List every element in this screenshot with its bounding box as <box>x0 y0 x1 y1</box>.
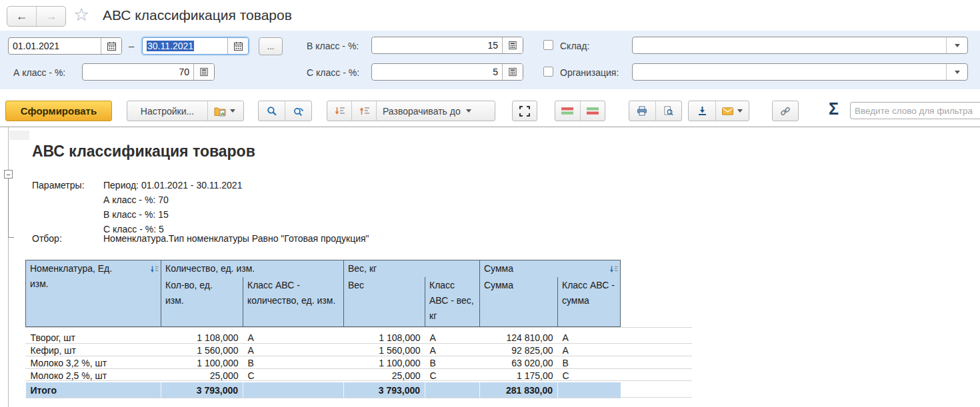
calculator-icon[interactable] <box>502 37 523 53</box>
group-header-quantity[interactable]: Количество, ед. изм. <box>161 260 344 278</box>
b-class-value[interactable]: 15 <box>372 37 502 53</box>
report-variants-button[interactable] <box>207 101 241 121</box>
nav-history-group: ← → <box>7 6 66 27</box>
settings-group: Настройки... <box>127 101 244 121</box>
row-separator <box>25 343 692 344</box>
param-a-class: А класс - %: 70 <box>103 195 169 205</box>
search-icon[interactable] <box>259 101 285 121</box>
c-class-value[interactable]: 5 <box>372 64 502 80</box>
sort-icon[interactable] <box>609 262 618 278</box>
period-from-value[interactable]: 01.01.2021 <box>9 38 101 54</box>
column-header-weight-class[interactable]: Класс АВС - вес, кг <box>425 277 480 326</box>
collapse-group-icon[interactable]: − <box>4 170 13 179</box>
a-class-value[interactable]: 70 <box>83 64 193 80</box>
sort-ascending-icon[interactable] <box>580 101 605 121</box>
period-to-value[interactable]: 30.11.2021 <box>143 38 227 54</box>
row-separator <box>25 368 692 369</box>
column-header-sum-class[interactable]: Класс АВС - сумма <box>558 277 621 326</box>
warehouse-value[interactable] <box>633 37 946 53</box>
send-email-button[interactable] <box>715 101 749 121</box>
warehouse-checkbox[interactable] <box>543 40 553 50</box>
total-weight: 3 793,000 <box>344 382 425 398</box>
a-class-label: А класс - %: <box>13 67 65 79</box>
params-label: Параметры: <box>32 180 85 191</box>
print-preview-icon[interactable] <box>655 101 682 121</box>
sort-icon[interactable] <box>150 262 159 278</box>
expand-to-label: Разворачивать до <box>383 106 461 117</box>
calendar-icon[interactable] <box>227 38 248 54</box>
generate-button[interactable]: Сформировать <box>5 101 112 121</box>
calendar-icon[interactable] <box>101 38 121 54</box>
a-class-field[interactable]: 70 <box>82 63 215 81</box>
column-header-nomenclature[interactable]: Номенклатура, Ед. изм. <box>26 260 161 327</box>
column-header-qty-class[interactable]: Класс АВС - количество, ед. изм. <box>243 277 344 326</box>
forward-icon[interactable]: → <box>36 7 65 26</box>
generate-button-label[interactable]: Сформировать <box>6 101 111 121</box>
selected-text: 30.11.2021 <box>147 41 194 51</box>
column-header-sum-value[interactable]: Сумма <box>480 277 558 326</box>
get-link-button[interactable] <box>772 101 799 121</box>
report-toolbar: Сформировать Настройки... <box>0 89 980 127</box>
column-header-weight-value[interactable]: Вес <box>344 277 425 326</box>
param-b-class: В класс - %: 15 <box>103 209 169 220</box>
page-title: АВС классификация товаров <box>103 7 292 23</box>
grouping-pane-border <box>8 127 9 407</box>
column-header-qty[interactable]: Кол-во, ед. изм. <box>161 277 243 326</box>
calculator-icon[interactable] <box>193 64 214 80</box>
sort-descending-icon[interactable] <box>555 101 580 121</box>
print-icon[interactable] <box>629 101 655 121</box>
total-qty-class <box>243 382 344 398</box>
calculator-icon[interactable] <box>502 64 523 80</box>
search-next-icon[interactable] <box>285 101 311 121</box>
sort-group <box>555 101 605 121</box>
organization-label: Организация: <box>560 67 619 79</box>
warehouse-combobox[interactable] <box>632 37 968 54</box>
report-title: АВС классификация товаров <box>32 143 255 161</box>
back-icon[interactable]: ← <box>7 7 36 26</box>
fullscreen-button[interactable] <box>512 101 537 121</box>
organization-checkbox[interactable] <box>543 67 553 77</box>
expand-group: Разворачивать до <box>327 101 495 121</box>
filter-value: Номенклатура.Тип номенклатуры Равно "Гот… <box>103 233 369 244</box>
autosum-indicator[interactable]: Σ <box>829 99 839 119</box>
settings-button[interactable]: Настройки... <box>127 101 207 121</box>
param-period: Период: 01.01.2021 - 30.11.2021 <box>103 180 242 191</box>
c-class-label: С класс - %: <box>307 67 359 79</box>
row-separator <box>25 397 692 398</box>
period-from-field[interactable]: 01.01.2021 <box>8 37 122 55</box>
collapse-groups-icon[interactable] <box>351 101 376 121</box>
report-variant-icon <box>214 106 226 117</box>
group-header-sum[interactable]: Сумма <box>480 260 621 278</box>
row-separator <box>25 327 692 328</box>
toolbar-separator <box>0 127 980 127</box>
grouping-bracket-line <box>8 179 9 238</box>
expand-to-button[interactable]: Разворачивать до <box>376 101 477 121</box>
spreadsheet-corner <box>9 131 29 140</box>
chevron-down-icon[interactable] <box>946 37 967 53</box>
quick-filter-input[interactable] <box>850 102 980 119</box>
period-to-field[interactable]: 30.11.2021 <box>142 37 249 55</box>
column-header-label: Номенклатура, Ед. изм. <box>30 263 112 289</box>
expand-groups-icon[interactable] <box>327 101 351 121</box>
abc-classification-window: ← → ☆ АВС классификация товаров 01.01.20… <box>0 0 980 407</box>
total-sum: 281 830,00 <box>480 382 558 398</box>
filter-panel: 01.01.2021 – 30.11.2021 ... В класс - %:… <box>0 31 980 89</box>
row-separator <box>25 356 692 356</box>
save-icon[interactable] <box>689 101 715 121</box>
total-qty: 3 793,000 <box>161 382 243 398</box>
group-header-label: Сумма <box>484 263 513 274</box>
total-row: Итого 3 793,000 3 793,000 281 830,00 <box>26 382 621 398</box>
period-dash: – <box>129 40 134 51</box>
favorite-star-icon[interactable]: ☆ <box>73 4 89 25</box>
period-more-button[interactable]: ... <box>259 37 283 55</box>
group-header-weight[interactable]: Вес, кг <box>344 260 480 278</box>
organization-combobox[interactable] <box>632 63 968 81</box>
total-sum-class <box>558 382 621 398</box>
link-icon[interactable] <box>773 101 798 121</box>
chevron-down-icon[interactable] <box>946 64 967 80</box>
fullscreen-icon[interactable] <box>513 101 537 121</box>
warehouse-label: Склад: <box>560 40 589 52</box>
b-class-field[interactable]: 15 <box>371 37 523 54</box>
c-class-field[interactable]: 5 <box>371 63 523 81</box>
organization-value[interactable] <box>633 64 946 80</box>
